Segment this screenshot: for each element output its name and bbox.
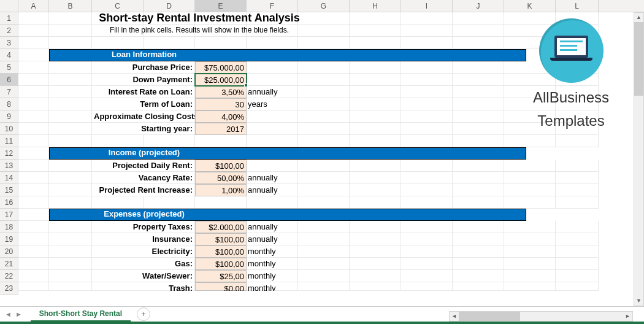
cell[interactable] — [18, 12, 49, 25]
section-header-income[interactable]: Income (projected) — [49, 147, 526, 160]
col-header-D[interactable]: D — [144, 0, 195, 12]
row-header-23[interactable]: 23 — [0, 282, 18, 295]
row-header-3[interactable]: 3 — [0, 37, 18, 49]
label-gas[interactable]: Gas: — [92, 258, 195, 270]
row-header-17[interactable]: 17 — [0, 209, 18, 221]
section-header-loan[interactable]: Loan Information — [49, 49, 526, 61]
input-closing-costs[interactable]: 4,00% — [195, 110, 247, 123]
row-header-4[interactable]: 4 — [0, 49, 18, 61]
cell[interactable]: monthly — [247, 258, 298, 270]
input-insurance[interactable]: $100,00 — [195, 233, 247, 245]
cell[interactable]: annually — [247, 221, 298, 233]
label-insurance[interactable]: Insurance: — [92, 233, 195, 245]
row-header-13[interactable]: 13 — [0, 160, 18, 172]
horizontal-scroll-thumb[interactable] — [459, 312, 520, 321]
col-header-A[interactable]: A — [18, 0, 49, 12]
row-header-21[interactable]: 21 — [0, 258, 18, 270]
label-interest-rate[interactable]: Interest Rate on Loan: — [92, 86, 195, 98]
row-header-20[interactable]: 20 — [0, 245, 18, 258]
label-daily-rent[interactable]: Projected Daily Rent: — [92, 160, 195, 172]
label-vacancy-rate[interactable]: Vacancy Rate: — [92, 172, 195, 184]
row-header-16[interactable]: 16 — [0, 196, 18, 209]
label-purchase-price[interactable]: Purchase Price: — [92, 61, 195, 74]
row-header-10[interactable]: 10 — [0, 123, 18, 135]
row-header-9[interactable]: 9 — [0, 110, 18, 123]
input-trash[interactable]: $0,00 — [195, 282, 247, 291]
scroll-down-arrow-icon[interactable]: ▼ — [634, 296, 643, 306]
col-header-E[interactable]: E — [195, 0, 247, 12]
fill-handle[interactable] — [244, 83, 248, 87]
row-header-6[interactable]: 6 — [0, 74, 18, 86]
cell[interactable]: annually — [247, 172, 298, 184]
row-header-22[interactable]: 22 — [0, 270, 18, 282]
col-header-C[interactable]: C — [92, 0, 144, 12]
cell[interactable]: annually — [247, 233, 298, 245]
col-header-B[interactable]: B — [49, 0, 92, 12]
col-header-K[interactable]: K — [504, 0, 556, 12]
label-trash[interactable]: Trash: — [92, 282, 195, 291]
cell[interactable]: monthly — [247, 270, 298, 282]
input-term-loan[interactable]: 30 — [195, 98, 247, 110]
row-header-19[interactable]: 19 — [0, 233, 18, 245]
label-closing-costs[interactable]: Approximate Closing Costs: — [92, 110, 195, 123]
row-header-1[interactable]: 1 — [0, 12, 18, 25]
label-down-payment[interactable]: Down Payment: — [92, 74, 195, 86]
label-term-loan[interactable]: Term of Loan: — [92, 98, 195, 110]
label-water-sewer[interactable]: Water/Sewer: — [92, 270, 195, 282]
horizontal-scrollbar[interactable]: ◄ ► — [449, 311, 633, 322]
cell[interactable]: annually — [247, 86, 298, 98]
title-cell[interactable]: Short-stay Rental Investment Analysis — [49, 12, 350, 24]
select-all-corner[interactable] — [0, 0, 18, 12]
label-electricity[interactable]: Electricity: — [92, 245, 195, 258]
cell[interactable] — [247, 61, 298, 74]
row-header-2[interactable]: 2 — [0, 25, 18, 37]
input-gas[interactable]: $100,00 — [195, 258, 247, 270]
cell[interactable]: annually — [247, 184, 298, 196]
scroll-right-arrow-icon[interactable]: ► — [623, 312, 632, 321]
row-header-5[interactable]: 5 — [0, 61, 18, 74]
input-electricity[interactable]: $100,00 — [195, 245, 247, 258]
input-purchase-price[interactable]: $75.000,00 — [195, 61, 247, 74]
cell[interactable] — [18, 25, 49, 37]
add-sheet-button[interactable]: + — [137, 307, 150, 321]
tab-nav-next-icon[interactable]: ► — [15, 310, 22, 318]
scroll-left-arrow-icon[interactable]: ◄ — [450, 312, 459, 321]
input-vacancy-rate[interactable]: 50,00% — [195, 172, 247, 184]
cell[interactable]: monthly — [247, 245, 298, 258]
section-header-expenses[interactable]: Expenses (projected) — [49, 209, 526, 221]
col-header-G[interactable]: G — [298, 0, 350, 12]
row-header-18[interactable]: 18 — [0, 221, 18, 233]
cell[interactable] — [247, 123, 298, 135]
label-rent-increase[interactable]: Projected Rent Increase: — [92, 184, 195, 196]
row-header-11[interactable]: 11 — [0, 135, 18, 147]
label-property-taxes[interactable]: Property Taxes: — [92, 221, 195, 233]
col-header-L[interactable]: L — [556, 0, 599, 12]
col-header-H[interactable]: H — [350, 0, 401, 12]
subtitle-cell[interactable]: Fill in the pink cells. Results will sho… — [49, 25, 350, 36]
scroll-up-arrow-icon[interactable]: ▲ — [634, 13, 643, 22]
row-header-15[interactable]: 15 — [0, 184, 18, 196]
cell[interactable] — [247, 160, 298, 172]
label-starting-year[interactable]: Starting year: — [92, 123, 195, 135]
cell[interactable] — [247, 110, 298, 123]
cell[interactable]: years — [247, 98, 298, 110]
input-starting-year[interactable]: 2017 — [195, 123, 247, 135]
col-header-J[interactable]: J — [453, 0, 504, 12]
cell[interactable] — [18, 49, 49, 61]
col-header-I[interactable]: I — [401, 0, 453, 12]
row-header-14[interactable]: 14 — [0, 172, 18, 184]
input-property-taxes[interactable]: $2.000,00 — [195, 221, 247, 233]
col-header-F[interactable]: F — [247, 0, 298, 12]
input-interest-rate[interactable]: 3,50% — [195, 86, 247, 98]
cell[interactable]: monthly — [247, 282, 298, 291]
row-header-12[interactable]: 12 — [0, 147, 18, 160]
sheet-tab-active[interactable]: Short-Short Stay Rental — [31, 307, 131, 322]
vertical-scroll-thumb[interactable] — [634, 22, 643, 96]
row-header-7[interactable]: 7 — [0, 86, 18, 98]
input-water-sewer[interactable]: $25,00 — [195, 270, 247, 282]
input-daily-rent[interactable]: $100,00 — [195, 160, 247, 172]
tab-nav-prev-icon[interactable]: ◄ — [5, 310, 12, 318]
input-rent-increase[interactable]: 1,00% — [195, 184, 247, 196]
input-down-payment[interactable]: $25.000,00 — [195, 74, 247, 86]
row-header-8[interactable]: 8 — [0, 98, 18, 110]
